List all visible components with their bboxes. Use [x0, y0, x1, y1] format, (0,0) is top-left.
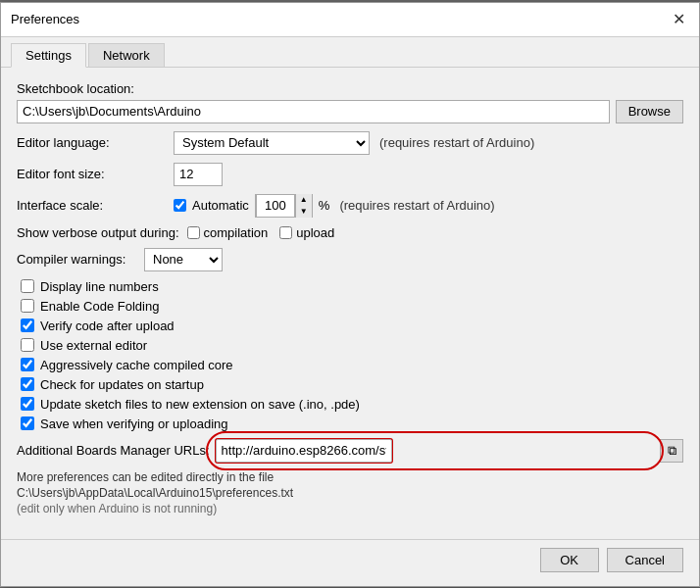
spinner-up[interactable]: ▲ — [296, 194, 312, 206]
title-bar: Preferences ✕ — [1, 3, 699, 37]
verbose-compilation-checkbox[interactable] — [187, 226, 200, 239]
spinner-buttons: ▲ ▼ — [295, 194, 312, 218]
verbose-upload-checkbox[interactable] — [279, 226, 292, 239]
interface-scale-group: Automatic ▲ ▼ % (requires restart of Ard… — [174, 194, 683, 218]
boards-manager-row: Additional Boards Manager URLs: ⧉ — [17, 439, 683, 463]
aggressive-cache-checkbox[interactable] — [21, 358, 34, 371]
verbose-checks: compilation upload — [187, 225, 335, 240]
dialog-title: Preferences — [11, 12, 79, 26]
editor-language-row: Editor language: System Default (require… — [17, 131, 683, 155]
scale-hint: (requires restart of Arduino) — [339, 198, 494, 213]
external-editor-label: Use external editor — [40, 338, 147, 353]
code-folding-label: Enable Code Folding — [40, 299, 159, 314]
compiler-warnings-label: Compiler warnings: — [17, 252, 144, 267]
update-sketch-checkbox[interactable] — [21, 397, 34, 411]
verbose-compilation-label: compilation — [204, 225, 269, 240]
tab-network[interactable]: Network — [88, 43, 165, 67]
check-updates-label: Check for updates on startup — [40, 377, 204, 392]
spinner-down[interactable]: ▼ — [296, 206, 312, 218]
sketchbook-row: Browse — [17, 100, 683, 123]
editor-font-input[interactable] — [174, 163, 223, 186]
code-folding-checkbox[interactable] — [21, 299, 34, 313]
verbose-upload-label: upload — [296, 225, 334, 240]
display-line-label: Display line numbers — [40, 279, 159, 294]
verify-upload-checkbox[interactable] — [21, 318, 34, 332]
sketchbook-label-row: Sketchbook location: — [17, 81, 683, 96]
checkbox-aggressive-cache: Aggressively cache compiled core — [21, 358, 683, 372]
editor-language-select[interactable]: System Default — [174, 131, 370, 155]
interface-auto-label: Automatic — [192, 198, 249, 213]
compiler-warnings-select[interactable]: None — [144, 248, 223, 271]
interface-scale-label: Interface scale: — [17, 198, 174, 213]
save-verifying-checkbox[interactable] — [21, 416, 34, 430]
tabs-container: Settings Network — [1, 37, 699, 68]
boards-manager-label: Additional Boards Manager URLs: — [17, 443, 210, 458]
verify-upload-label: Verify code after upload — [40, 318, 175, 333]
update-sketch-label: Update sketch files to new extension on … — [40, 397, 360, 412]
boards-manager-input[interactable] — [216, 439, 392, 463]
close-button[interactable]: ✕ — [668, 9, 689, 30]
edit-icon: ⧉ — [668, 443, 676, 459]
prefs-path: C:\Users\jb\AppData\Local\Arduino15\pref… — [17, 486, 683, 500]
scale-value[interactable] — [256, 194, 295, 218]
prefs-note: (edit only when Arduino is not running) — [17, 502, 683, 515]
checkboxes-group: Display line numbers Enable Code Folding… — [17, 279, 683, 431]
interface-auto-checkbox[interactable] — [174, 199, 186, 212]
sketchbook-input[interactable] — [17, 100, 610, 123]
checkbox-verify-upload: Verify code after upload — [21, 318, 683, 333]
aggressive-cache-label: Aggressively cache compiled core — [40, 358, 233, 372]
checkbox-check-updates: Check for updates on startup — [21, 377, 683, 392]
verbose-upload: upload — [279, 225, 334, 240]
checkbox-display-line: Display line numbers — [21, 279, 683, 294]
button-row: OK Cancel — [1, 539, 699, 586]
interface-scale-row: Interface scale: Automatic ▲ ▼ % (requir… — [17, 194, 683, 218]
preferences-dialog: Preferences ✕ Settings Network Sketchboo… — [0, 2, 700, 587]
verbose-compilation: compilation — [187, 225, 269, 240]
external-editor-checkbox[interactable] — [21, 338, 34, 352]
sketchbook-label: Sketchbook location: — [17, 81, 134, 96]
checkbox-save-verifying: Save when verifying or uploading — [21, 416, 683, 431]
settings-panel: Sketchbook location: Browse Editor langu… — [1, 68, 699, 539]
save-verifying-label: Save when verifying or uploading — [40, 416, 228, 431]
browse-button[interactable]: Browse — [616, 100, 683, 123]
boards-edit-button[interactable]: ⧉ — [660, 439, 683, 463]
editor-language-hint: (requires restart of Arduino) — [379, 135, 534, 150]
ok-button[interactable]: OK — [540, 548, 599, 572]
cancel-button[interactable]: Cancel — [607, 548, 683, 572]
scale-unit: % — [319, 198, 330, 213]
scale-spinner: ▲ ▼ — [255, 194, 313, 218]
verbose-row: Show verbose output during: compilation … — [17, 225, 683, 240]
display-line-checkbox[interactable] — [21, 279, 34, 293]
tab-settings[interactable]: Settings — [11, 43, 86, 68]
more-prefs-text: More preferences can be edited directly … — [17, 470, 683, 484]
checkbox-code-folding: Enable Code Folding — [21, 299, 683, 314]
checkbox-update-sketch: Update sketch files to new extension on … — [21, 397, 683, 412]
editor-font-label: Editor font size: — [17, 167, 174, 181]
check-updates-checkbox[interactable] — [21, 377, 34, 391]
boards-input-wrapper — [216, 439, 654, 463]
compiler-warnings-row: Compiler warnings: None — [17, 248, 683, 271]
editor-font-row: Editor font size: — [17, 163, 683, 186]
checkbox-external-editor: Use external editor — [21, 338, 683, 353]
verbose-label: Show verbose output during: — [17, 225, 179, 240]
editor-language-label: Editor language: — [17, 135, 174, 150]
editor-language-group: System Default (requires restart of Ardu… — [174, 131, 683, 155]
editor-font-group — [174, 163, 683, 186]
